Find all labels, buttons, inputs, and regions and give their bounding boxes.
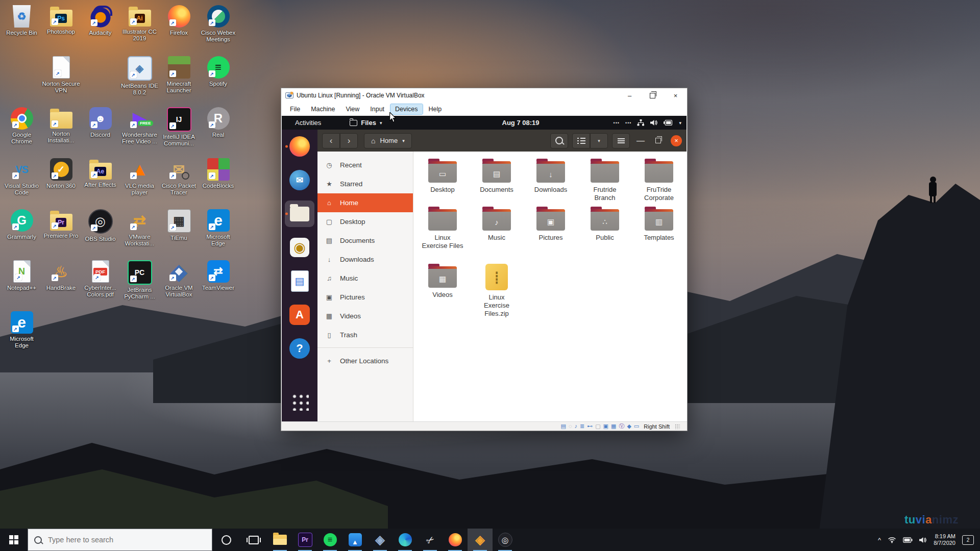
desktop-icon[interactable]: Ai Illustrator CC 2019: [120, 5, 159, 56]
desktop-icon[interactable]: ♻ Recycle Bin: [2, 5, 41, 56]
dock-help[interactable]: ?: [285, 335, 314, 362]
ubuntu-system-tray[interactable]: ••• ••• ▾: [614, 119, 681, 126]
file-item[interactable]: FruTride Corporate: [633, 159, 684, 207]
search-button[interactable]: [550, 133, 568, 148]
desktop-icon[interactable]: ▦ TiEmu: [159, 209, 199, 260]
tray-expand-icon[interactable]: ^: [878, 536, 881, 544]
desktop-icon[interactable]: PDF CyberInter... Colors.pdf: [81, 260, 120, 311]
desktop-icon[interactable]: PC JetBrains PyCharm ...: [120, 260, 159, 311]
file-item[interactable]: ▥ Templates: [633, 207, 684, 264]
view-toggle-button[interactable]: [572, 133, 590, 148]
sidebar-recent[interactable]: ◷ Recent: [317, 156, 413, 174]
menu-item[interactable]: Input: [365, 104, 389, 114]
taskbar-premiere-pro[interactable]: Pr: [292, 529, 317, 551]
taskbar-file-explorer[interactable]: [267, 529, 292, 551]
desktop-icon[interactable]: ✉ Cisco Packet Tracer: [159, 158, 199, 209]
mouse-integration-icon[interactable]: ◆: [627, 423, 631, 429]
dock-libreoffice-writer[interactable]: ▤: [285, 268, 314, 294]
optical-drive-icon[interactable]: ◌: [569, 423, 572, 429]
taskbar-obs-studio[interactable]: ◎: [493, 529, 518, 551]
desktop-icon[interactable]: ≡ Spotify: [199, 56, 238, 107]
file-item[interactable]: ▣ Pictures: [525, 207, 576, 264]
taskbar-virtualbox[interactable]: ◈: [368, 529, 393, 551]
battery-icon[interactable]: [903, 537, 913, 543]
clock[interactable]: Aug 7 08:19: [502, 119, 540, 127]
action-center-button[interactable]: 2: [962, 535, 974, 545]
sidebar-downloads[interactable]: ↓ Downloads: [317, 250, 413, 269]
taskbar-spotify[interactable]: ≡: [317, 529, 342, 551]
desktop-icon[interactable]: R Real: [199, 107, 238, 158]
task-view-button[interactable]: [240, 529, 267, 551]
audio-icon[interactable]: ♪: [574, 423, 577, 429]
desktop-icon[interactable]: Ps Photoshop: [41, 5, 81, 56]
minimize-button[interactable]: –: [618, 88, 641, 103]
desktop-icon[interactable]: CodeBlocks: [199, 158, 238, 209]
sidebar-pictures[interactable]: ▣ Pictures: [317, 288, 413, 307]
sidebar-videos[interactable]: ▦ Videos: [317, 307, 413, 325]
desktop-icon[interactable]: e Microsoft Edge: [199, 209, 238, 260]
desktop-icon[interactable]: Norton Secure VPN: [41, 56, 81, 107]
dock-thunderbird[interactable]: ✉: [285, 167, 314, 193]
desktop-icon[interactable]: [2, 56, 41, 107]
dock-firefox[interactable]: [285, 133, 314, 160]
file-item[interactable]: Linux Exercise Files: [417, 207, 468, 264]
file-item[interactable]: Frutride Branch: [579, 159, 630, 207]
activities-button[interactable]: Activities: [295, 119, 321, 127]
path-bar-button[interactable]: ⌂ Home ▾: [364, 133, 412, 148]
taskbar-snipping-tool[interactable]: ✂: [418, 529, 443, 551]
back-button[interactable]: ‹: [322, 133, 340, 148]
desktop-icon[interactable]: IJ IntelliJ IDEA Communi...: [159, 107, 199, 158]
desktop-icon[interactable]: Pr Premiere Pro: [41, 209, 81, 260]
menu-button[interactable]: [612, 133, 630, 148]
cortana-button[interactable]: [212, 529, 240, 551]
app-menu-button[interactable]: Files ▾: [350, 119, 382, 127]
dock-ubuntu-software[interactable]: A: [285, 302, 314, 328]
desktop-icon[interactable]: Norton Installati...: [41, 107, 81, 158]
menu-item[interactable]: Help: [424, 104, 447, 114]
file-item[interactable]: ▦ Videos: [417, 264, 468, 318]
desktop-icon[interactable]: ☻ Discord: [81, 107, 120, 158]
desktop-icon[interactable]: ◈ NetBeans IDE 8.0.2: [120, 56, 159, 107]
file-item[interactable]: ♪ Music: [471, 207, 522, 264]
dock-rhythmbox[interactable]: ◉: [285, 234, 314, 261]
desktop-icon[interactable]: VS Visual Studio Code: [2, 158, 41, 209]
desktop-icon[interactable]: G Grammarly: [2, 209, 41, 260]
view-options-button[interactable]: ▾: [590, 133, 608, 148]
desktop-icon[interactable]: ⇄ TeamViewer: [199, 260, 238, 311]
sidebar-starred[interactable]: ★ Starred: [317, 174, 413, 193]
menu-item[interactable]: View: [341, 104, 364, 114]
search-input[interactable]: [47, 535, 206, 544]
wifi-icon[interactable]: [888, 537, 896, 543]
network-icon[interactable]: ≣: [580, 423, 584, 429]
menu-item[interactable]: File: [285, 104, 305, 114]
close-button[interactable]: ×: [664, 88, 687, 103]
desktop-icon[interactable]: ◎ OBS Studio: [81, 209, 120, 260]
desktop-icon[interactable]: ▲ VLC media player: [120, 158, 159, 209]
desktop-icon[interactable]: ⇄ VMware Workstati...: [120, 209, 159, 260]
desktop-icon[interactable]: Minecraft Launcher: [159, 56, 199, 107]
desktop-icon[interactable]: Audacity: [81, 5, 120, 56]
desktop-icon[interactable]: Cisco Webex Meetings: [199, 5, 238, 56]
usb-icon[interactable]: ⊷: [587, 423, 593, 429]
file-item[interactable]: ↓ Downloads: [525, 159, 576, 207]
desktop-icon[interactable]: N Notepad++: [2, 260, 41, 311]
shared-folders-icon[interactable]: ▢: [595, 423, 600, 429]
desktop-icon[interactable]: Google Chrome: [2, 107, 41, 158]
resize-grip[interactable]: [675, 424, 680, 429]
desktop-icon[interactable]: ♨ HandBrake: [41, 260, 81, 311]
menu-item[interactable]: Machine: [306, 104, 339, 114]
files-minimize-button[interactable]: —: [634, 136, 647, 145]
display-icon[interactable]: ▣: [603, 423, 608, 429]
desktop-icon[interactable]: Ae After Effects: [81, 158, 120, 209]
recording-icon[interactable]: ▦: [611, 423, 616, 429]
taskbar-firefox[interactable]: [443, 529, 468, 551]
desktop-icon[interactable]: [81, 56, 120, 107]
desktop-icon[interactable]: Firefox: [159, 5, 199, 56]
virtualbox-title-bar[interactable]: Ubuntu Linux [Running] - Oracle VM Virtu…: [281, 88, 687, 103]
volume-icon[interactable]: [919, 537, 927, 543]
dock-app-grid[interactable]: [285, 388, 314, 415]
taskbar-photos[interactable]: ▲: [342, 529, 368, 551]
sidebar-home[interactable]: ⌂ Home: [317, 193, 413, 212]
sidebar-other-locations[interactable]: + Other Locations: [317, 352, 413, 370]
maximize-button[interactable]: [641, 88, 664, 103]
